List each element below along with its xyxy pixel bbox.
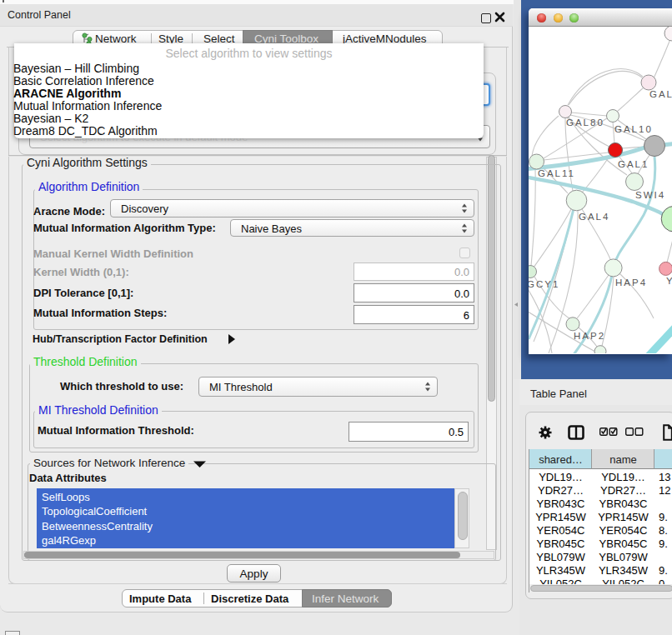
svg-text:GAL1: GAL1 (618, 159, 649, 169)
svg-text:HAP2: HAP2 (574, 331, 605, 341)
svg-text:Y: Y (666, 276, 672, 286)
svg-text:GAL10: GAL10 (614, 124, 653, 134)
svg-text:HAP4: HAP4 (615, 278, 647, 288)
svg-text:GAL4: GAL4 (579, 212, 609, 222)
svg-text:SWI4: SWI4 (635, 190, 665, 200)
svg-text:GAL80: GAL80 (566, 118, 604, 128)
svg-text:GAL11: GAL11 (538, 168, 575, 178)
svg-text:GCY1: GCY1 (529, 279, 559, 289)
svg-text:GAL: GAL (649, 89, 672, 99)
